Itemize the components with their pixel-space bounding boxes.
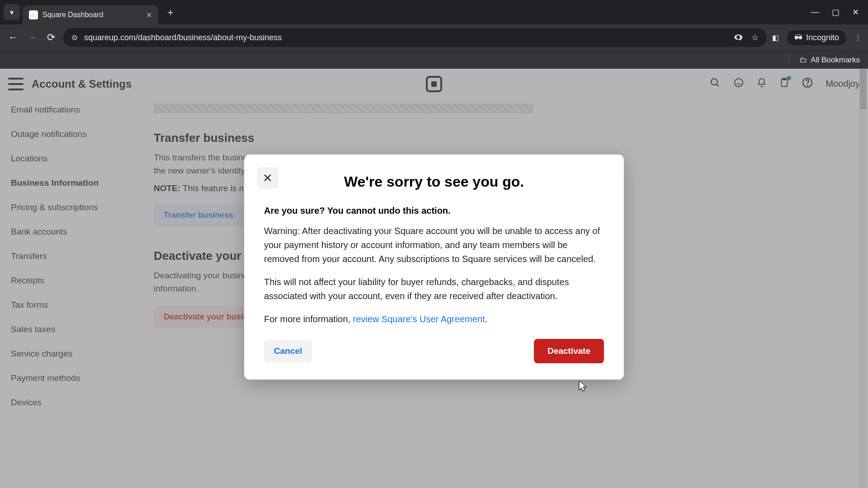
tab-search-button[interactable]: ▾ <box>4 4 20 20</box>
window-close-icon[interactable]: ✕ <box>852 7 859 17</box>
modal-close-button[interactable]: ✕ <box>257 167 278 189</box>
nav-forward-button[interactable]: → <box>25 31 39 44</box>
eye-off-icon[interactable]: 👁‍🗨 <box>733 33 743 42</box>
window-maximize-icon[interactable]: ▢ <box>832 7 840 17</box>
browser-toolbar: ← → ⟳ ⚙ squareup.com/dashboard/business/… <box>0 24 868 51</box>
side-panel-icon[interactable]: ◧ <box>772 33 779 42</box>
cancel-button[interactable]: Cancel <box>264 340 312 362</box>
close-icon: ✕ <box>263 171 273 185</box>
tab-favicon: ◼ <box>29 10 38 19</box>
browser-menu-icon[interactable]: ⋮ <box>854 33 862 42</box>
incognito-indicator[interactable]: 🕶 Incognito <box>787 30 846 45</box>
modal-confirm-text: Are you sure? You cannot undo this actio… <box>264 206 604 216</box>
window-minimize-icon[interactable]: ― <box>811 7 819 17</box>
browser-tabstrip: ▾ ◼ Square Dashboard ✕ ＋ ― ▢ ✕ <box>0 0 868 24</box>
modal-warning-1: Warning: After deactivating your Square … <box>264 224 604 266</box>
tab-title: Square Dashboard <box>42 11 103 19</box>
address-bar[interactable]: ⚙ squareup.com/dashboard/business/about-… <box>63 28 767 47</box>
url-text: squareup.com/dashboard/business/about-my… <box>84 33 282 42</box>
modal-more-info: For more information, review Square's Us… <box>264 312 604 326</box>
modal-title: We're sorry to see you go. <box>264 174 604 190</box>
user-agreement-link[interactable]: review Square's User Agreement <box>353 314 485 324</box>
nav-back-button[interactable]: ← <box>6 31 20 44</box>
chevron-down-icon: ▾ <box>10 8 14 17</box>
browser-tab[interactable]: ◼ Square Dashboard ✕ <box>23 5 158 24</box>
bookmarks-bar: 🗀 All Bookmarks <box>0 51 868 69</box>
site-settings-icon[interactable]: ⚙ <box>71 33 78 42</box>
incognito-label: Incognito <box>806 33 839 42</box>
modal-overlay[interactable]: ✕ We're sorry to see you go. Are you sur… <box>0 69 868 488</box>
mouse-cursor <box>579 380 588 392</box>
bookmark-star-icon[interactable]: ☆ <box>751 33 759 42</box>
deactivate-confirm-modal: ✕ We're sorry to see you go. Are you sur… <box>244 155 624 380</box>
folder-icon: 🗀 <box>799 56 807 65</box>
all-bookmarks-button[interactable]: All Bookmarks <box>811 56 860 65</box>
nav-reload-button[interactable]: ⟳ <box>44 31 58 44</box>
modal-warning-2: This will not affect your liability for … <box>264 275 604 303</box>
incognito-icon: 🕶 <box>794 33 802 42</box>
new-tab-button[interactable]: ＋ <box>163 5 178 20</box>
tab-close-icon[interactable]: ✕ <box>146 11 152 19</box>
deactivate-button[interactable]: Deactivate <box>534 339 604 363</box>
divider <box>789 55 789 65</box>
